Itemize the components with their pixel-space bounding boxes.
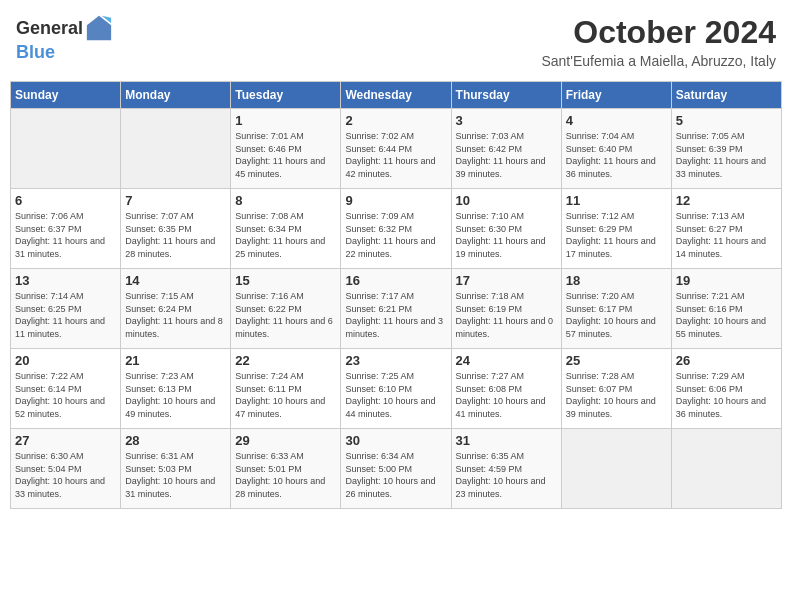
day-number: 3: [456, 113, 557, 128]
calendar-cell: 30Sunrise: 6:34 AMSunset: 5:00 PMDayligh…: [341, 429, 451, 509]
day-number: 12: [676, 193, 777, 208]
calendar-cell: 29Sunrise: 6:33 AMSunset: 5:01 PMDayligh…: [231, 429, 341, 509]
logo-general-text: General: [16, 18, 83, 39]
day-number: 2: [345, 113, 446, 128]
day-number: 10: [456, 193, 557, 208]
day-number: 9: [345, 193, 446, 208]
day-number: 20: [15, 353, 116, 368]
calendar-cell: 5Sunrise: 7:05 AMSunset: 6:39 PMDaylight…: [671, 109, 781, 189]
day-info: Sunrise: 7:12 AMSunset: 6:29 PMDaylight:…: [566, 210, 667, 260]
day-info: Sunrise: 7:14 AMSunset: 6:25 PMDaylight:…: [15, 290, 116, 340]
calendar-cell: 23Sunrise: 7:25 AMSunset: 6:10 PMDayligh…: [341, 349, 451, 429]
day-info: Sunrise: 7:27 AMSunset: 6:08 PMDaylight:…: [456, 370, 557, 420]
day-info: Sunrise: 6:34 AMSunset: 5:00 PMDaylight:…: [345, 450, 446, 500]
day-number: 23: [345, 353, 446, 368]
day-info: Sunrise: 7:06 AMSunset: 6:37 PMDaylight:…: [15, 210, 116, 260]
week-row-4: 20Sunrise: 7:22 AMSunset: 6:14 PMDayligh…: [11, 349, 782, 429]
calendar-cell: 4Sunrise: 7:04 AMSunset: 6:40 PMDaylight…: [561, 109, 671, 189]
day-number: 1: [235, 113, 336, 128]
day-info: Sunrise: 7:09 AMSunset: 6:32 PMDaylight:…: [345, 210, 446, 260]
calendar-cell: 18Sunrise: 7:20 AMSunset: 6:17 PMDayligh…: [561, 269, 671, 349]
day-info: Sunrise: 7:15 AMSunset: 6:24 PMDaylight:…: [125, 290, 226, 340]
calendar-cell: 25Sunrise: 7:28 AMSunset: 6:07 PMDayligh…: [561, 349, 671, 429]
day-info: Sunrise: 6:33 AMSunset: 5:01 PMDaylight:…: [235, 450, 336, 500]
logo-icon: [85, 14, 113, 42]
calendar-cell: 13Sunrise: 7:14 AMSunset: 6:25 PMDayligh…: [11, 269, 121, 349]
calendar-cell: 12Sunrise: 7:13 AMSunset: 6:27 PMDayligh…: [671, 189, 781, 269]
calendar-cell: [121, 109, 231, 189]
weekday-header-saturday: Saturday: [671, 82, 781, 109]
logo-blue-text: Blue: [16, 42, 55, 62]
day-info: Sunrise: 6:35 AMSunset: 4:59 PMDaylight:…: [456, 450, 557, 500]
weekday-header-sunday: Sunday: [11, 82, 121, 109]
calendar-cell: 27Sunrise: 6:30 AMSunset: 5:04 PMDayligh…: [11, 429, 121, 509]
calendar-cell: 6Sunrise: 7:06 AMSunset: 6:37 PMDaylight…: [11, 189, 121, 269]
day-info: Sunrise: 7:10 AMSunset: 6:30 PMDaylight:…: [456, 210, 557, 260]
logo: General Blue: [16, 14, 113, 63]
day-info: Sunrise: 7:02 AMSunset: 6:44 PMDaylight:…: [345, 130, 446, 180]
day-info: Sunrise: 7:16 AMSunset: 6:22 PMDaylight:…: [235, 290, 336, 340]
day-info: Sunrise: 6:31 AMSunset: 5:03 PMDaylight:…: [125, 450, 226, 500]
day-number: 26: [676, 353, 777, 368]
calendar-cell: 11Sunrise: 7:12 AMSunset: 6:29 PMDayligh…: [561, 189, 671, 269]
calendar-cell: 28Sunrise: 6:31 AMSunset: 5:03 PMDayligh…: [121, 429, 231, 509]
calendar-cell: 3Sunrise: 7:03 AMSunset: 6:42 PMDaylight…: [451, 109, 561, 189]
page-header: General Blue October 2024 Sant'Eufemia a…: [10, 10, 782, 73]
calendar-cell: 24Sunrise: 7:27 AMSunset: 6:08 PMDayligh…: [451, 349, 561, 429]
week-row-3: 13Sunrise: 7:14 AMSunset: 6:25 PMDayligh…: [11, 269, 782, 349]
calendar-cell: 15Sunrise: 7:16 AMSunset: 6:22 PMDayligh…: [231, 269, 341, 349]
day-number: 30: [345, 433, 446, 448]
day-number: 16: [345, 273, 446, 288]
day-info: Sunrise: 7:20 AMSunset: 6:17 PMDaylight:…: [566, 290, 667, 340]
day-info: Sunrise: 7:22 AMSunset: 6:14 PMDaylight:…: [15, 370, 116, 420]
day-info: Sunrise: 7:23 AMSunset: 6:13 PMDaylight:…: [125, 370, 226, 420]
day-number: 13: [15, 273, 116, 288]
location-title: Sant'Eufemia a Maiella, Abruzzo, Italy: [541, 53, 776, 69]
calendar-cell: [561, 429, 671, 509]
weekday-header-thursday: Thursday: [451, 82, 561, 109]
day-number: 28: [125, 433, 226, 448]
weekday-header-wednesday: Wednesday: [341, 82, 451, 109]
month-title: October 2024: [541, 14, 776, 51]
calendar-table: SundayMondayTuesdayWednesdayThursdayFrid…: [10, 81, 782, 509]
day-info: Sunrise: 7:13 AMSunset: 6:27 PMDaylight:…: [676, 210, 777, 260]
day-info: Sunrise: 7:01 AMSunset: 6:46 PMDaylight:…: [235, 130, 336, 180]
weekday-header-tuesday: Tuesday: [231, 82, 341, 109]
day-info: Sunrise: 7:25 AMSunset: 6:10 PMDaylight:…: [345, 370, 446, 420]
calendar-cell: 22Sunrise: 7:24 AMSunset: 6:11 PMDayligh…: [231, 349, 341, 429]
calendar-cell: 20Sunrise: 7:22 AMSunset: 6:14 PMDayligh…: [11, 349, 121, 429]
calendar-cell: 14Sunrise: 7:15 AMSunset: 6:24 PMDayligh…: [121, 269, 231, 349]
day-info: Sunrise: 7:08 AMSunset: 6:34 PMDaylight:…: [235, 210, 336, 260]
day-number: 29: [235, 433, 336, 448]
day-number: 4: [566, 113, 667, 128]
day-number: 27: [15, 433, 116, 448]
day-number: 11: [566, 193, 667, 208]
day-info: Sunrise: 7:07 AMSunset: 6:35 PMDaylight:…: [125, 210, 226, 260]
week-row-2: 6Sunrise: 7:06 AMSunset: 6:37 PMDaylight…: [11, 189, 782, 269]
calendar-cell: 21Sunrise: 7:23 AMSunset: 6:13 PMDayligh…: [121, 349, 231, 429]
day-info: Sunrise: 7:28 AMSunset: 6:07 PMDaylight:…: [566, 370, 667, 420]
calendar-cell: 10Sunrise: 7:10 AMSunset: 6:30 PMDayligh…: [451, 189, 561, 269]
day-info: Sunrise: 7:17 AMSunset: 6:21 PMDaylight:…: [345, 290, 446, 340]
week-row-1: 1Sunrise: 7:01 AMSunset: 6:46 PMDaylight…: [11, 109, 782, 189]
calendar-cell: [11, 109, 121, 189]
day-number: 19: [676, 273, 777, 288]
day-number: 5: [676, 113, 777, 128]
calendar-cell: 26Sunrise: 7:29 AMSunset: 6:06 PMDayligh…: [671, 349, 781, 429]
day-number: 24: [456, 353, 557, 368]
day-info: Sunrise: 7:05 AMSunset: 6:39 PMDaylight:…: [676, 130, 777, 180]
day-info: Sunrise: 6:30 AMSunset: 5:04 PMDaylight:…: [15, 450, 116, 500]
day-info: Sunrise: 7:18 AMSunset: 6:19 PMDaylight:…: [456, 290, 557, 340]
day-number: 6: [15, 193, 116, 208]
day-number: 17: [456, 273, 557, 288]
day-number: 14: [125, 273, 226, 288]
day-number: 31: [456, 433, 557, 448]
day-info: Sunrise: 7:24 AMSunset: 6:11 PMDaylight:…: [235, 370, 336, 420]
week-row-5: 27Sunrise: 6:30 AMSunset: 5:04 PMDayligh…: [11, 429, 782, 509]
day-info: Sunrise: 7:29 AMSunset: 6:06 PMDaylight:…: [676, 370, 777, 420]
day-number: 18: [566, 273, 667, 288]
day-info: Sunrise: 7:04 AMSunset: 6:40 PMDaylight:…: [566, 130, 667, 180]
day-number: 21: [125, 353, 226, 368]
calendar-cell: 9Sunrise: 7:09 AMSunset: 6:32 PMDaylight…: [341, 189, 451, 269]
day-number: 25: [566, 353, 667, 368]
